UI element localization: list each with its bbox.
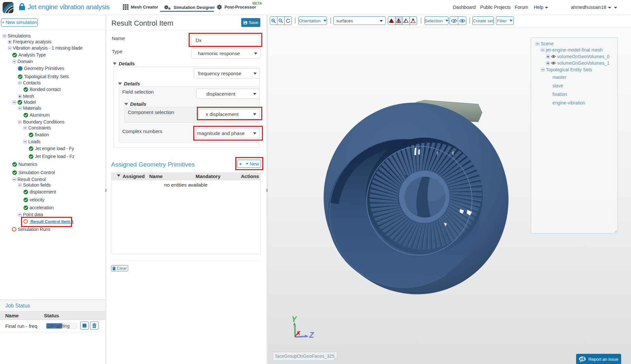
svg-text:X: X [296,330,301,336]
svg-text:Z: Z [309,331,314,339]
svg-text:Y: Y [292,315,297,324]
